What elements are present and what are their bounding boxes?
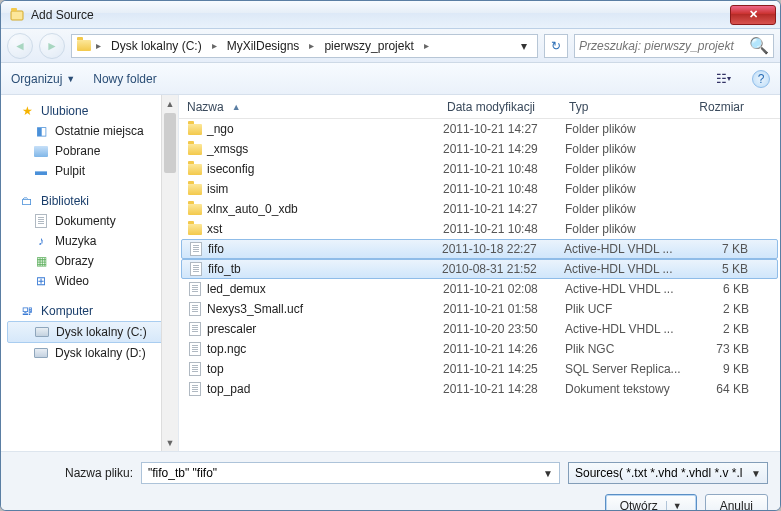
file-row[interactable]: prescaler2011-10-20 23:50Active-HDL VHDL… (179, 319, 780, 339)
file-row[interactable]: led_demux2011-10-21 02:08Active-HDL VHDL… (179, 279, 780, 299)
search-box[interactable]: 🔍 (574, 34, 774, 58)
breadcrumb-part[interactable]: Dysk lokalny (C:) (105, 37, 208, 55)
file-row[interactable]: iseconfig2011-10-21 10:48Folder plików (179, 159, 780, 179)
new-folder-button[interactable]: Nowy folder (93, 72, 156, 86)
file-row[interactable]: top.ngc2011-10-21 14:26Plik NGC73 KB (179, 339, 780, 359)
file-row[interactable]: fifo2011-10-18 22:27Active-HDL VHDL ...7… (181, 239, 778, 259)
file-size: 5 KB (686, 262, 748, 276)
file-row[interactable]: fifo_tb2010-08-31 21:52Active-HDL VHDL .… (181, 259, 778, 279)
file-date: 2011-10-21 14:28 (443, 382, 565, 396)
filename-combo[interactable]: "fifo_tb" "fifo" ▼ (141, 462, 560, 484)
sort-asc-icon: ▲ (232, 102, 241, 112)
drive-icon (33, 345, 49, 361)
file-name: top.ngc (207, 342, 443, 356)
file-size: 2 KB (687, 322, 749, 336)
file-type: Plik UCF (565, 302, 687, 316)
folder-icon (187, 201, 203, 217)
file-type: Folder plików (565, 182, 687, 196)
file-row[interactable]: xst2011-10-21 10:48Folder plików (179, 219, 780, 239)
file-name: led_demux (207, 282, 443, 296)
cancel-button[interactable]: Anuluj (705, 494, 768, 511)
footer: Nazwa pliku: "fifo_tb" "fifo" ▼ Sources(… (1, 451, 780, 511)
scroll-down-icon[interactable]: ▼ (162, 434, 178, 451)
file-icon (187, 281, 203, 297)
refresh-button[interactable]: ↻ (544, 34, 568, 58)
forward-button[interactable]: ► (39, 33, 65, 59)
sidebar: ★Ulubione ◧Ostatnie miejsca Pobrane ▬Pul… (1, 95, 179, 451)
file-row[interactable]: top_pad2011-10-21 14:28Dokument tekstowy… (179, 379, 780, 399)
sidebar-item-drive-c[interactable]: Dysk lokalny (C:) (7, 321, 172, 343)
file-name: fifo_tb (208, 262, 442, 276)
column-date[interactable]: Data modyfikacji (439, 95, 561, 118)
file-size: 6 KB (687, 282, 749, 296)
music-icon: ♪ (33, 233, 49, 249)
open-button[interactable]: Otwórz ▼ (605, 494, 697, 511)
chevron-down-icon[interactable]: ▼ (751, 468, 761, 479)
file-filter-combo[interactable]: Sources( *.txt *.vhd *.vhdl *.v *.l ▼ (568, 462, 768, 484)
location-icon (76, 38, 92, 54)
file-row[interactable]: _xmsgs2011-10-21 14:29Folder plików (179, 139, 780, 159)
sidebar-group-computer[interactable]: 🖳Komputer (1, 301, 178, 321)
sidebar-item-music[interactable]: ♪Muzyka (1, 231, 178, 251)
desktop-icon: ▬ (33, 163, 49, 179)
chevron-right-icon[interactable]: ▸ (307, 40, 316, 51)
sidebar-item-videos[interactable]: ⊞Wideo (1, 271, 178, 291)
computer-icon: 🖳 (19, 303, 35, 319)
close-button[interactable]: ✕ (730, 5, 776, 25)
file-type: Active-HDL VHDL ... (565, 282, 687, 296)
file-date: 2011-10-21 10:48 (443, 182, 565, 196)
file-size: 64 KB (687, 382, 749, 396)
chevron-right-icon[interactable]: ▸ (422, 40, 431, 51)
file-type: Folder plików (565, 122, 687, 136)
downloads-icon (33, 143, 49, 159)
help-button[interactable]: ? (752, 70, 770, 88)
sidebar-item-downloads[interactable]: Pobrane (1, 141, 178, 161)
sidebar-item-drive-d[interactable]: Dysk lokalny (D:) (1, 343, 178, 363)
sidebar-item-recent[interactable]: ◧Ostatnie miejsca (1, 121, 178, 141)
column-name[interactable]: Nazwa▲ (179, 95, 439, 118)
chevron-right-icon[interactable]: ▸ (94, 40, 103, 51)
file-size: 9 KB (687, 362, 749, 376)
file-date: 2011-10-21 14:26 (443, 342, 565, 356)
file-list[interactable]: _ngo2011-10-21 14:27Folder plików_xmsgs2… (179, 119, 780, 451)
sidebar-group-libraries[interactable]: 🗀Biblioteki (1, 191, 178, 211)
libraries-icon: 🗀 (19, 193, 35, 209)
file-size: 73 KB (687, 342, 749, 356)
scroll-up-icon[interactable]: ▲ (162, 95, 178, 112)
file-type: Folder plików (565, 162, 687, 176)
split-button-dropdown[interactable]: ▼ (666, 501, 682, 511)
sidebar-item-desktop[interactable]: ▬Pulpit (1, 161, 178, 181)
file-name: _ngo (207, 122, 443, 136)
breadcrumb-part[interactable]: MyXilDesigns (221, 37, 306, 55)
file-date: 2011-10-21 01:58 (443, 302, 565, 316)
breadcrumb-part[interactable]: pierwszy_projekt (318, 37, 419, 55)
sidebar-item-pictures[interactable]: ▦Obrazy (1, 251, 178, 271)
file-row[interactable]: Nexys3_Small.ucf2011-10-21 01:58Plik UCF… (179, 299, 780, 319)
pictures-icon: ▦ (33, 253, 49, 269)
file-name: iseconfig (207, 162, 443, 176)
back-button[interactable]: ◄ (7, 33, 33, 59)
file-type: Folder plików (565, 142, 687, 156)
chevron-right-icon[interactable]: ▸ (210, 40, 219, 51)
breadcrumb-dropdown[interactable]: ▾ (515, 39, 533, 53)
file-row[interactable]: isim2011-10-21 10:48Folder plików (179, 179, 780, 199)
titlebar: Add Source ✕ (1, 1, 780, 29)
sidebar-item-documents[interactable]: Dokumenty (1, 211, 178, 231)
file-name: xlnx_auto_0_xdb (207, 202, 443, 216)
column-type[interactable]: Typ (561, 95, 683, 118)
file-row[interactable]: _ngo2011-10-21 14:27Folder plików (179, 119, 780, 139)
file-row[interactable]: xlnx_auto_0_xdb2011-10-21 14:27Folder pl… (179, 199, 780, 219)
breadcrumb[interactable]: ▸ Dysk lokalny (C:) ▸ MyXilDesigns ▸ pie… (71, 34, 538, 58)
chevron-down-icon[interactable]: ▼ (543, 468, 553, 479)
toolbar: Organizuj ▼ Nowy folder ☷▾ ? (1, 63, 780, 95)
sidebar-scrollbar[interactable]: ▲ ▼ (161, 95, 178, 451)
column-size[interactable]: Rozmiar (683, 95, 753, 118)
file-type: Folder plików (565, 202, 687, 216)
organize-menu[interactable]: Organizuj ▼ (11, 72, 75, 86)
file-icon (187, 361, 203, 377)
file-date: 2010-08-31 21:52 (442, 262, 564, 276)
sidebar-group-favorites[interactable]: ★Ulubione (1, 101, 178, 121)
file-row[interactable]: top2011-10-21 14:25SQL Server Replica...… (179, 359, 780, 379)
view-options-button[interactable]: ☷▾ (712, 68, 734, 90)
search-input[interactable] (579, 39, 749, 53)
